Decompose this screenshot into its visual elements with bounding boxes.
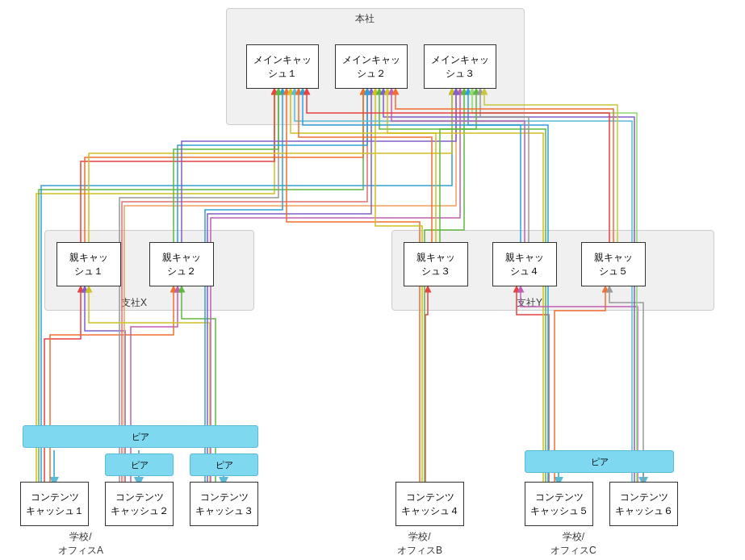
- peer-bar-1: ピア: [23, 425, 258, 448]
- shisha-y-label: 支社Y: [517, 296, 542, 310]
- main-cache-3: メインキャッシュ３: [424, 44, 496, 89]
- content-cache-4: コンテンツキャッシュ４: [396, 482, 464, 526]
- school-a-label: 学校/オフィスA: [58, 530, 103, 558]
- content-cache-1: コンテンツキャッシュ１: [20, 482, 89, 526]
- parent-cache-2: 親キャッシュ２: [149, 242, 214, 286]
- parent-cache-3: 親キャッシュ３: [404, 242, 468, 286]
- shisha-x-label: 支社X: [121, 296, 147, 310]
- content-cache-5: コンテンツキャッシュ５: [525, 482, 593, 526]
- peer-bar-4: ピア: [525, 450, 674, 473]
- peer-bar-2: ピア: [105, 453, 174, 476]
- main-cache-1: メインキャッシュ１: [246, 44, 319, 89]
- diagram: 本社 メインキャッシュ１ メインキャッシュ２ メインキャッシュ３ 支社X 支社Y…: [0, 0, 745, 560]
- content-cache-6: コンテンツキャッシュ６: [609, 482, 678, 526]
- honsha-label: 本社: [355, 12, 375, 26]
- content-cache-3: コンテンツキャッシュ３: [190, 482, 258, 526]
- school-b-label: 学校/オフィスB: [397, 530, 442, 558]
- content-cache-2: コンテンツキャッシュ２: [105, 482, 174, 526]
- parent-cache-5: 親キャッシュ５: [581, 242, 646, 286]
- school-c-label: 学校/オフィスC: [550, 530, 596, 558]
- main-cache-2: メインキャッシュ２: [335, 44, 408, 89]
- parent-cache-4: 親キャッシュ４: [492, 242, 557, 286]
- parent-cache-1: 親キャッシュ１: [57, 242, 121, 286]
- peer-bar-3: ピア: [190, 453, 258, 476]
